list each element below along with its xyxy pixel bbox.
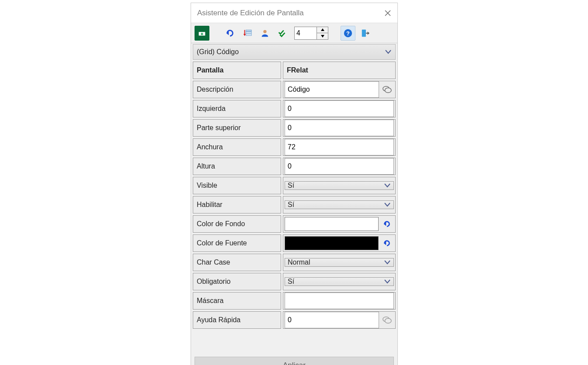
window-title: Asistente de Edición de Pantalla (197, 9, 304, 17)
habilitar-label: Habilitar (193, 196, 281, 213)
screen-name-row: Pantalla FRelat (193, 62, 396, 79)
svg-text:?: ? (346, 30, 350, 36)
svg-point-12 (385, 318, 391, 323)
altura-label: Altura (193, 158, 281, 175)
element-selector-value: (Grid) Código (197, 48, 239, 56)
mascara-label: Máscara (193, 292, 281, 310)
count-spinner[interactable] (294, 27, 328, 40)
chevron-down-icon (384, 182, 391, 189)
apply-button[interactable]: Aplicar (195, 357, 394, 365)
mask-row: Máscara (193, 292, 396, 310)
color-fuente-label: Color de Fuente (193, 234, 281, 252)
window-plus-icon (197, 28, 207, 38)
descripcion-label: Descripción (193, 81, 281, 98)
top-row: Parte superior (193, 119, 396, 137)
fontcolor-row: Color de Fuente (193, 234, 396, 252)
confirm-button[interactable] (275, 26, 290, 41)
left-row: Izquierda (193, 100, 396, 117)
speech-bubble-icon (382, 85, 392, 94)
bgcolor-row: Color de Fondo (193, 215, 396, 233)
svg-point-10 (385, 88, 391, 93)
altura-input[interactable] (285, 158, 394, 175)
element-selector-combo[interactable]: (Grid) Código (193, 44, 396, 60)
table-sort-icon (243, 28, 252, 38)
parte-superior-input[interactable] (285, 120, 394, 136)
izquierda-input[interactable] (285, 100, 394, 117)
pantalla-value: FRelat (283, 62, 396, 79)
ayuda-lang-button[interactable] (380, 313, 393, 327)
anchura-label: Anchura (193, 138, 281, 156)
chevron-down-icon (384, 278, 391, 285)
exit-icon (361, 28, 370, 38)
charcase-value: Normal (288, 258, 310, 266)
charcase-select[interactable]: Normal (285, 258, 394, 267)
help-icon: ? (343, 28, 353, 38)
habilitar-select[interactable]: Sí (285, 200, 394, 209)
pantalla-label: Pantalla (193, 62, 281, 79)
anchura-input[interactable] (285, 139, 394, 155)
habilitar-value: Sí (288, 201, 294, 209)
chevron-down-icon (384, 201, 391, 208)
svg-rect-8 (362, 29, 366, 37)
close-button[interactable] (383, 8, 393, 18)
parte-superior-label: Parte superior (193, 119, 281, 137)
property-grid: Pantalla FRelat Descripción Izquierda Pa… (191, 62, 397, 365)
svg-rect-4 (246, 34, 251, 35)
undo-arrow-icon (225, 28, 235, 38)
screen-edit-wizard-window: Asistente de Edición de Pantalla (191, 3, 398, 365)
ayuda-input[interactable] (285, 312, 379, 328)
color-fondo-swatch[interactable] (285, 217, 379, 231)
titlebar: Asistente de Edición de Pantalla (191, 3, 397, 23)
visible-select[interactable]: Sí (285, 181, 394, 190)
visible-row: Visible Sí (193, 177, 396, 194)
descripcion-input[interactable] (285, 81, 379, 98)
chevron-down-icon (384, 259, 391, 266)
ayuda-label: Ayuda Rápida (193, 311, 281, 329)
charcase-label: Char Case (193, 254, 281, 271)
chevron-down-icon (385, 48, 392, 55)
charcase-row: Char Case Normal (193, 254, 396, 271)
speech-bubble-icon (382, 315, 392, 325)
izquierda-label: Izquierda (193, 100, 281, 117)
exit-button[interactable] (358, 26, 373, 41)
spinner-arrows (317, 27, 328, 39)
toolbar: ? (191, 23, 397, 43)
double-check-icon (278, 28, 287, 38)
obligatorio-value: Sí (288, 278, 294, 286)
spacer (193, 331, 396, 357)
width-row: Anchura (193, 138, 396, 156)
svg-rect-2 (246, 30, 251, 31)
color-fondo-revert[interactable] (380, 217, 394, 231)
height-row: Altura (193, 158, 396, 175)
spinner-up[interactable] (317, 27, 328, 34)
undo-arrow-icon (382, 219, 392, 229)
descripcion-lang-button[interactable] (380, 83, 393, 96)
undo-button[interactable] (223, 26, 237, 41)
enabled-row: Habilitar Sí (193, 196, 396, 213)
close-icon (385, 10, 391, 16)
undo-arrow-icon (382, 238, 392, 248)
apply-button-label: Aplicar (283, 361, 306, 365)
obligatorio-select[interactable]: Sí (285, 277, 394, 286)
description-row: Descripción (193, 81, 396, 98)
color-fuente-revert[interactable] (380, 236, 394, 250)
required-row: Obligatorio Sí (193, 273, 396, 290)
color-fondo-label: Color de Fondo (193, 215, 281, 233)
sort-button[interactable] (240, 26, 255, 41)
quickhelp-row: Ayuda Rápida (193, 311, 396, 329)
color-fuente-swatch[interactable] (285, 236, 379, 250)
mascara-input[interactable] (285, 293, 394, 309)
svg-rect-1 (198, 30, 206, 32)
visible-value: Sí (288, 182, 294, 189)
obligatorio-label: Obligatorio (193, 273, 281, 290)
new-button[interactable] (195, 26, 209, 41)
user-button[interactable] (257, 26, 272, 41)
svg-point-5 (263, 30, 266, 33)
count-spinner-input[interactable] (295, 28, 317, 39)
spinner-down[interactable] (317, 33, 328, 39)
svg-rect-3 (246, 32, 251, 34)
help-button[interactable]: ? (341, 26, 355, 41)
visible-label: Visible (193, 177, 281, 194)
user-icon (260, 28, 270, 38)
